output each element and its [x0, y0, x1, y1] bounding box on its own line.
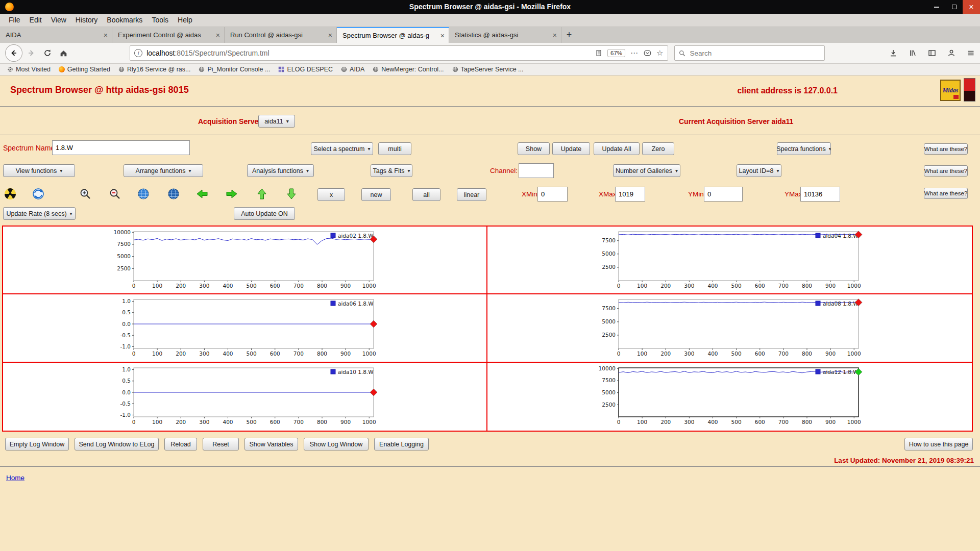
- bookmark-most-visited[interactable]: Most Visited: [7, 66, 51, 73]
- menu-tools[interactable]: Tools: [147, 14, 173, 27]
- ymax-input[interactable]: [800, 187, 840, 202]
- select-spectrum-dropdown[interactable]: Select a spectrum: [311, 142, 373, 155]
- what-are-these-button-1[interactable]: What are these?: [924, 143, 968, 155]
- bookmark-newmerger-control-[interactable]: NewMerger: Control...: [373, 66, 444, 73]
- tab-experiment-control-aidas[interactable]: Experiment Control @ aidas×: [112, 27, 225, 43]
- pocket-icon[interactable]: [644, 49, 651, 57]
- menu-file[interactable]: File: [4, 14, 25, 27]
- lab-logo[interactable]: [964, 78, 975, 102]
- sidebar-button[interactable]: [925, 46, 939, 60]
- spectra-functions-dropdown[interactable]: Spectra functions: [777, 142, 831, 155]
- show-variables-button[interactable]: Show Variables: [244, 438, 298, 450]
- gallery-cell-aida12[interactable]: 2500500075001000001002003004005006007008…: [487, 363, 972, 431]
- arrow-left-icon[interactable]: [195, 187, 209, 201]
- tab-close-icon[interactable]: ×: [216, 31, 220, 39]
- menu-edit[interactable]: Edit: [25, 14, 46, 27]
- gallery-cell-aida06[interactable]: -1.0-0.50.00.51.001002003004005006007008…: [3, 294, 487, 362]
- analysis-functions-dropdown[interactable]: Analysis functions: [247, 164, 314, 177]
- menu-history[interactable]: History: [71, 14, 103, 27]
- zoom-level-badge[interactable]: 67%: [607, 49, 625, 57]
- all-button[interactable]: all: [412, 188, 440, 201]
- xmin-input[interactable]: [537, 187, 568, 202]
- tags-fits-dropdown[interactable]: Tags & Fits: [371, 164, 412, 177]
- spectrum-name-input[interactable]: [52, 140, 190, 155]
- bookmark-getting-started[interactable]: Getting Started: [59, 66, 110, 73]
- bookmark-elog-despec[interactable]: ELOG DESPEC: [278, 66, 333, 73]
- auto-update-button[interactable]: Auto Update ON: [234, 207, 295, 220]
- ymin-input[interactable]: [704, 187, 743, 202]
- window-close-button[interactable]: ×: [963, 0, 980, 14]
- empty-log-window-button[interactable]: Empty Log Window: [5, 438, 69, 450]
- gallery-cell-aida02[interactable]: 2500500075001000001002003004005006007008…: [3, 227, 487, 294]
- send-log-window-to-elog-button[interactable]: Send Log Window to ELog: [75, 438, 159, 450]
- forward-button[interactable]: [24, 46, 39, 60]
- home-link[interactable]: Home: [6, 474, 24, 482]
- view-functions-dropdown[interactable]: View functions: [3, 164, 75, 177]
- download-button[interactable]: [886, 46, 900, 60]
- linear-button[interactable]: linear: [457, 188, 486, 201]
- gallery-cell-aida04[interactable]: 2500500075000100200300400500600700800900…: [487, 227, 972, 294]
- back-button[interactable]: [5, 44, 22, 62]
- new-button[interactable]: new: [361, 188, 391, 201]
- globe-icon-1[interactable]: [137, 187, 150, 201]
- account-button[interactable]: [944, 46, 959, 60]
- gallery-cell-aida10[interactable]: -1.0-0.50.00.51.001002003004005006007008…: [3, 363, 487, 431]
- enable-logging-button[interactable]: Enable Logging: [374, 438, 429, 450]
- menu-view[interactable]: View: [46, 14, 71, 27]
- site-info-icon[interactable]: i: [134, 49, 142, 57]
- refresh-globe-icon[interactable]: [32, 187, 45, 201]
- gallery-cell-aida08[interactable]: 2500500075000100200300400500600700800900…: [487, 294, 972, 362]
- xmax-input[interactable]: [615, 187, 645, 202]
- channel-input[interactable]: [519, 163, 554, 178]
- window-maximize-button[interactable]: [945, 0, 963, 14]
- globe-icon-2[interactable]: [167, 187, 180, 201]
- show-log-window-button[interactable]: Show Log Window: [304, 438, 369, 450]
- zoom-in-icon[interactable]: [79, 187, 92, 201]
- tab-run-control-aidas-gsi[interactable]: Run Control @ aidas-gsi×: [225, 27, 337, 43]
- tab-aida[interactable]: AIDA×: [0, 27, 112, 43]
- update-all-button[interactable]: Update All: [594, 142, 640, 155]
- arrow-right-icon[interactable]: [225, 187, 238, 201]
- tab-close-icon[interactable]: ×: [553, 31, 557, 39]
- bookmark-aida[interactable]: AIDA: [341, 66, 364, 73]
- acquisition-server-dropdown[interactable]: aida11: [258, 115, 295, 128]
- update-rate-dropdown[interactable]: Update Rate (8 secs): [3, 207, 76, 220]
- arrange-functions-dropdown[interactable]: Arrange functions: [124, 164, 203, 177]
- menu-bookmarks[interactable]: Bookmarks: [102, 14, 147, 27]
- radiation-icon[interactable]: [4, 187, 17, 201]
- layout-id-dropdown[interactable]: Layout ID=8: [737, 164, 781, 177]
- arrow-up-icon[interactable]: [255, 187, 268, 201]
- bookmark-star-icon[interactable]: ☆: [656, 48, 663, 58]
- arrow-down-icon[interactable]: [285, 187, 298, 201]
- multi-button[interactable]: multi: [378, 142, 411, 155]
- update-button[interactable]: Update: [552, 142, 590, 155]
- what-are-these-button-2[interactable]: What are these?: [924, 165, 968, 177]
- search-input[interactable]: [689, 49, 821, 58]
- new-tab-button[interactable]: +: [561, 27, 577, 43]
- library-button[interactable]: [905, 46, 920, 60]
- tab-spectrum-browser-aidas-g[interactable]: Spectrum Browser @ aidas-g×: [337, 27, 449, 43]
- bookmark-pi-monitor-console-[interactable]: Pi_Monitor Console ...: [199, 66, 270, 73]
- zoom-out-icon[interactable]: [108, 187, 121, 201]
- bookmark-rly16-service-ras-[interactable]: Rly16 Service @ ras...: [118, 66, 191, 73]
- url-bar[interactable]: i localhost:8015/Spectrum/Spectrum.tml 6…: [130, 45, 668, 61]
- show-button[interactable]: Show: [518, 142, 550, 155]
- window-minimize-button[interactable]: [928, 0, 945, 14]
- tab-close-icon[interactable]: ×: [440, 32, 445, 40]
- reset-button[interactable]: Reset: [203, 438, 239, 450]
- page-actions-icon[interactable]: ⋯: [630, 48, 639, 58]
- what-are-these-button-3[interactable]: What are these?: [924, 188, 968, 199]
- reload-button[interactable]: Reload: [164, 438, 197, 450]
- home-button[interactable]: [57, 46, 71, 60]
- midas-logo[interactable]: Midas: [940, 80, 961, 101]
- tab-close-icon[interactable]: ×: [328, 31, 332, 39]
- x-button[interactable]: x: [317, 188, 345, 201]
- zero-button[interactable]: Zero: [642, 142, 674, 155]
- bookmark-tapeserver-service-[interactable]: TapeServer Service ...: [452, 66, 524, 73]
- search-bar[interactable]: [674, 45, 825, 61]
- reload-button[interactable]: [40, 46, 55, 60]
- reader-mode-icon[interactable]: [595, 49, 602, 57]
- how-to-use-button[interactable]: How to use this page: [904, 438, 973, 450]
- menu-help[interactable]: Help: [173, 14, 197, 27]
- tab-statistics-aidas-gsi[interactable]: Statistics @ aidas-gsi×: [449, 27, 561, 43]
